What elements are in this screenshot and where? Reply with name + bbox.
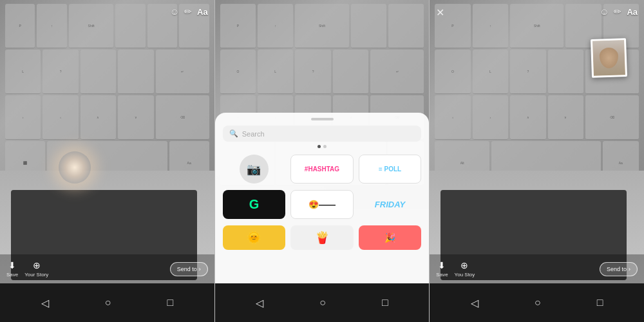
- send-to-chevron-right: ›: [629, 266, 630, 272]
- draw-icon-left[interactable]: ✏: [184, 6, 192, 17]
- close-icon-right[interactable]: ✕: [436, 6, 444, 19]
- key: [351, 4, 386, 48]
- draw-icon-right[interactable]: ✏: [614, 6, 621, 17]
- key: ?: [510, 50, 545, 94]
- your-story-icon: ⊕: [33, 260, 41, 270]
- save-action-right[interactable]: ⬇ Save: [436, 260, 448, 278]
- key: ↵: [156, 50, 209, 94]
- send-to-button-right[interactable]: Send to ›: [600, 262, 638, 276]
- key: P: [220, 4, 256, 48]
- your-story-action-right[interactable]: ⊕ You Stoy: [455, 260, 475, 278]
- key: ∨: [548, 95, 583, 140]
- dots-indicator: [215, 145, 430, 148]
- send-to-button-left[interactable]: Send to ›: [170, 262, 208, 276]
- story-bottom-bar-left: ⬇ Save ⊕ Your Story Send to ›: [0, 254, 214, 283]
- key: ↑: [258, 4, 293, 48]
- sticker-fries[interactable]: 🍟: [290, 225, 354, 250]
- dot: [323, 145, 327, 148]
- face-thumbnail[interactable]: [591, 38, 627, 78]
- sticker-giphy[interactable]: G: [223, 190, 286, 219]
- search-bar[interactable]: 🔍 Search: [223, 126, 422, 142]
- sticker-hashtag[interactable]: #HASHTAG: [290, 155, 354, 184]
- key: ›: [5, 95, 41, 140]
- sticker-sun[interactable]: 🌞: [223, 225, 286, 250]
- recents-nav-left[interactable]: □: [167, 297, 173, 308]
- send-to-chevron: ›: [199, 266, 201, 272]
- sticker-emoji-bar[interactable]: 😍——: [290, 190, 354, 219]
- key: Shift: [510, 4, 564, 48]
- key: O: [220, 50, 256, 94]
- key: ›: [473, 95, 508, 140]
- key: ?: [43, 50, 78, 94]
- key: ⌫: [156, 95, 209, 140]
- key: [115, 4, 145, 48]
- sticker-panel: 🔍 Search 📷 #HASHTAG ≡ POLL: [215, 113, 430, 283]
- bottom-nav-mid: ◁ ○ □: [215, 283, 430, 322]
- text-icon-left[interactable]: Aa: [197, 7, 208, 17]
- your-story-label: Your Story: [24, 272, 48, 278]
- friday-label: FRIDAY: [375, 200, 405, 209]
- key: L: [258, 50, 293, 94]
- key: ↵: [370, 50, 424, 94]
- bottom-nav-right: ◁ ○ □: [430, 283, 644, 322]
- home-nav-left[interactable]: ○: [105, 297, 111, 308]
- sticker-camera[interactable]: 📷: [240, 155, 269, 184]
- top-icons-left: ☺ ✏ Aa: [170, 6, 208, 17]
- key: ?: [295, 50, 330, 94]
- sticker-grid-row2: G 😍—— FRIDAY: [215, 187, 430, 222]
- send-to-label-right: Send to: [607, 266, 627, 272]
- save-label-right: Save: [436, 272, 448, 278]
- your-story-action[interactable]: ⊕ Your Story: [24, 260, 48, 278]
- key: [118, 50, 153, 94]
- key: ‹: [43, 95, 78, 140]
- key: P: [5, 4, 35, 48]
- save-label: Save: [6, 272, 18, 278]
- save-action[interactable]: ⬇ Save: [6, 260, 18, 278]
- key: ↑: [37, 4, 66, 48]
- home-nav-right[interactable]: ○: [535, 297, 541, 308]
- key: Shift: [69, 4, 114, 48]
- key: [333, 50, 368, 94]
- sticker-grid-row1: 📷 #HASHTAG ≡ POLL: [215, 151, 430, 187]
- key: O: [435, 50, 470, 94]
- sticker-row-bottom: 🌞 🍟 🎉: [215, 222, 430, 253]
- home-nav-mid[interactable]: ○: [319, 297, 326, 308]
- key: ∨: [118, 95, 153, 140]
- key: [80, 50, 116, 94]
- poll-label: ≡ POLL: [379, 166, 401, 173]
- search-icon: 🔍: [229, 129, 238, 138]
- key: [388, 4, 424, 48]
- screens-container: P ↑ Shift L ? ↵ › ‹ ∧: [0, 0, 644, 322]
- your-story-label-right: You Stoy: [455, 272, 475, 278]
- back-nav-right[interactable]: ◁: [471, 297, 478, 309]
- bottom-actions-right: ⬇ Save ⊕ You Stoy: [436, 260, 475, 278]
- dot-active: [317, 145, 321, 148]
- screen-middle: P ↑ Shift O L ? ↵ ‹ › ∧ ∨: [214, 0, 430, 322]
- key: L: [473, 50, 508, 94]
- giphy-label: G: [249, 197, 260, 212]
- bottom-actions-left: ⬇ Save ⊕ Your Story: [6, 260, 48, 278]
- sticker-poll[interactable]: ≡ POLL: [359, 155, 422, 184]
- emoji-bar-label: 😍——: [308, 200, 336, 209]
- search-placeholder: Search: [242, 130, 265, 138]
- save-icon: ⬇: [8, 260, 16, 270]
- panel-handle: [311, 118, 334, 120]
- sticker-friday[interactable]: FRIDAY: [359, 190, 422, 219]
- screen-right: P ↑ Shift O L ? ↵ ‹ › ∧ ∨: [429, 0, 644, 322]
- key: L: [5, 50, 41, 94]
- sticker-icon-right[interactable]: ☺: [600, 6, 609, 17]
- sticker-extra[interactable]: 🎉: [359, 225, 422, 250]
- sticker-icon-left[interactable]: ☺: [170, 6, 179, 17]
- keyboard-keys-right: P ↑ Shift O L ? ↵ ‹ › ∧ ∨: [430, 1, 644, 188]
- recents-nav-mid[interactable]: □: [382, 297, 388, 308]
- key: ↑: [473, 4, 508, 48]
- key: ∧: [510, 95, 545, 140]
- recents-nav-right[interactable]: □: [597, 297, 603, 308]
- back-nav-mid[interactable]: ◁: [256, 297, 263, 309]
- key: ‹: [435, 95, 470, 140]
- bottom-nav-left: ◁ ○ □: [0, 283, 214, 322]
- key: ∧: [80, 95, 116, 140]
- back-nav-left[interactable]: ◁: [41, 297, 49, 309]
- top-icons-right: ☺ ✏ Aa: [600, 6, 638, 17]
- text-icon-right[interactable]: Aa: [627, 7, 638, 17]
